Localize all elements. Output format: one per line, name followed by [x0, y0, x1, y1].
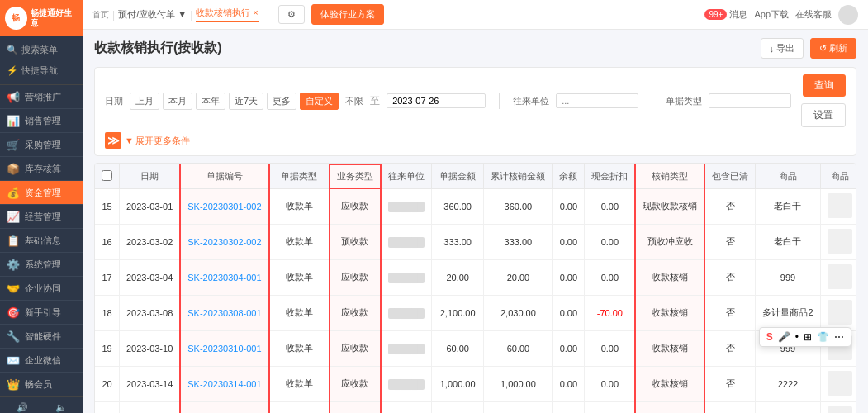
settings-icon[interactable]: ⚙ — [278, 5, 305, 24]
expand-filter-label[interactable]: ▼ 展开更多条件 — [125, 135, 190, 147]
quick-nav-item[interactable]: ⚡ 快捷导航 — [7, 62, 76, 79]
row-partner: ████ — [381, 224, 432, 259]
sidebar-item-label-member: 畅会员 — [25, 378, 52, 391]
bill-no-link[interactable]: SK-20230308-001 — [187, 308, 261, 318]
floating-more-icon[interactable]: ⋯ — [834, 331, 844, 343]
bill-type-filter-input[interactable] — [709, 93, 791, 108]
sidebar-item-marketing[interactable]: 📢 营销推广 — [0, 85, 83, 109]
floating-grid-icon[interactable]: ⊞ — [804, 331, 812, 343]
row-goods-img — [820, 295, 856, 330]
custom-btn[interactable]: 自定义 — [300, 93, 339, 110]
sidebar-item-email[interactable]: ✉️ 企业微信 — [0, 349, 83, 373]
sidebar-item-newguide[interactable]: 🎯 新手引导 — [0, 301, 83, 325]
row-partner: ████ — [381, 366, 432, 401]
row-included: 否 — [704, 224, 756, 259]
row-bill-no: SK-20230302-002 — [180, 224, 268, 259]
last-month-btn[interactable]: 上月 — [130, 93, 159, 110]
floating-bullet-icon[interactable]: • — [795, 331, 799, 343]
sidebar-item-inventory[interactable]: 📦 库存核算 — [0, 157, 83, 181]
row-biz-type: 应收款 — [330, 295, 381, 330]
col-bill-type: 单据类型 — [269, 164, 330, 188]
nav-active-tab[interactable]: 收款核销执行 × — [196, 7, 258, 22]
query-button[interactable]: 查询 — [803, 74, 846, 97]
bill-no-link[interactable]: SK-20230302-002 — [187, 237, 261, 247]
trial-button[interactable]: 体验行业方案 — [311, 4, 384, 25]
user-avatar[interactable] — [838, 5, 858, 25]
sidebar-item-system[interactable]: ⚙️ 系统管理 — [0, 253, 83, 277]
app-logo: 畅 畅捷通好生意 — [0, 0, 83, 36]
col-write-off: 核销类型 — [635, 164, 704, 188]
sidebar-item-purchase[interactable]: 🛒 采购管理 — [0, 133, 83, 157]
row-no: 21 — [95, 401, 120, 413]
row-included: 否 — [704, 295, 756, 330]
date-end-input[interactable] — [387, 93, 486, 108]
sidebar-item-label-basics: 基础信息 — [25, 235, 61, 247]
row-no: 15 — [95, 188, 120, 224]
bill-no-link[interactable]: SK-20230310-001 — [187, 344, 261, 354]
row-biz-type: 应收款 — [330, 259, 381, 295]
row-balance: 0.00 — [553, 295, 585, 330]
bill-no-link[interactable]: SK-20230301-002 — [187, 202, 261, 211]
bill-no-link[interactable]: SK-20230304-001 — [187, 273, 261, 282]
sidebar-item-operations[interactable]: 📈 经营管理 — [0, 205, 83, 229]
select-all-checkbox[interactable] — [102, 170, 112, 181]
settings-button[interactable]: 设置 — [801, 103, 846, 127]
row-amount: 60.00 — [431, 330, 483, 366]
finance-icon: 💰 — [7, 186, 20, 199]
volume-icon: 🔈 — [55, 402, 67, 413]
floating-tshirt-icon[interactable]: 👕 — [817, 331, 829, 343]
bill-no-link[interactable]: SK-20230314-001 — [187, 379, 261, 389]
row-date: 2023-03-14 — [120, 366, 181, 401]
this-month-btn[interactable]: 本月 — [163, 93, 192, 110]
row-no: 18 — [95, 295, 120, 330]
sidebar-item-finance[interactable]: 💰 资金管理 — [0, 181, 83, 205]
expand-filter-btn[interactable]: ≫ — [105, 132, 121, 149]
table-row: 21 2023-03-15 SK-20230315-002 收款单 应收款 ██… — [95, 401, 856, 413]
sidebar-item-label-system: 系统管理 — [25, 259, 61, 271]
sidebar-item-basics[interactable]: 📋 基础信息 — [0, 229, 83, 253]
col-no: 日期 — [120, 164, 181, 188]
chevron-down-icon: ▼ — [125, 135, 134, 145]
sidebar-item-sales[interactable]: 📊 销售管理 — [0, 109, 83, 133]
floating-mic-icon[interactable]: 🎤 — [778, 331, 790, 343]
sidebar-item-agreement[interactable]: 🤝 企业协同 — [0, 277, 83, 301]
system-icon: ⚙️ — [7, 258, 20, 271]
sidebar-item-sound[interactable]: 🔊 🔈 — [0, 397, 83, 413]
sidebar-item-member[interactable]: 👑 畅会员 — [0, 373, 83, 396]
table-row: 20 2023-03-14 SK-20230314-001 收款单 应收款 ██… — [95, 366, 856, 401]
nav-ap-tab[interactable]: 预付/应收付单 ▼ — [118, 8, 187, 21]
row-bill-type: 收款单 — [269, 224, 330, 259]
row-partner: ████ — [381, 188, 432, 224]
row-bill-no: SK-20230308-001 — [180, 295, 268, 330]
export-button[interactable]: ↓ 导出 — [761, 38, 804, 59]
topbar-right: 99+ 消息 App下载 在线客服 — [704, 5, 858, 25]
row-included: 否 — [704, 188, 756, 224]
row-bill-type: 收款单 — [269, 188, 330, 224]
partner-filter-input[interactable] — [556, 93, 638, 108]
agreement-icon: 🤝 — [7, 282, 20, 295]
online-service-link[interactable]: 在线客服 — [795, 8, 832, 21]
row-goods: 价格含属性 — [756, 401, 820, 413]
purchase-icon: 🛒 — [7, 138, 20, 151]
main-area: 首页 | 预付/应收付单 ▼ | 收款核销执行 × ⚙ 体验行业方案 99+ 消… — [83, 0, 868, 413]
refresh-button[interactable]: ↺ 刷新 — [810, 38, 856, 59]
more-btn[interactable]: 更多 — [267, 93, 296, 110]
last-7days-btn[interactable]: 近7天 — [229, 93, 263, 110]
sidebar-item-smart[interactable]: 🔧 智能硬件 — [0, 325, 83, 349]
sidebar-item-label-agreement: 企业协同 — [25, 282, 61, 295]
this-year-btn[interactable]: 本年 — [196, 93, 225, 110]
row-date: 2023-03-15 — [120, 401, 181, 413]
row-goods-img — [820, 259, 856, 295]
col-checkbox[interactable] — [95, 164, 120, 188]
sidebar-item-label-operations: 经营管理 — [25, 211, 61, 223]
nav-home-tab[interactable]: 首页 — [92, 9, 109, 21]
search-menu-item[interactable]: 🔍 搜索菜单 — [7, 41, 76, 59]
floating-s-icon: S — [766, 331, 773, 343]
sidebar-item-label-sales: 销售管理 — [25, 115, 61, 127]
page-content: 收款核销执行(按收款) ↓ 导出 ↺ 刷新 日期 上月 本月 本年 — [83, 30, 868, 413]
message-badge[interactable]: 99+ 消息 — [704, 8, 747, 21]
table-row: 16 2023-03-02 SK-20230302-002 收款单 预收款 ██… — [95, 224, 856, 259]
filter-row-1: 日期 上月 本月 本年 近7天 更多 自定义 不限 至 往来单位 单据类型 — [105, 74, 846, 127]
app-download-link[interactable]: App下载 — [754, 8, 789, 21]
bill-type-filter-label: 单据类型 — [666, 95, 702, 107]
